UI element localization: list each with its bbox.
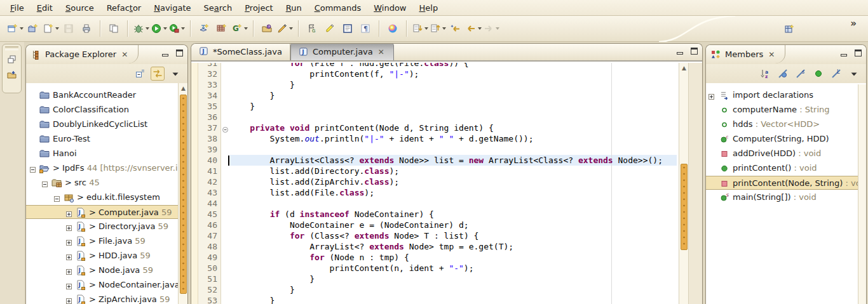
show-non-public-button[interactable] — [811, 67, 825, 81]
link-with-editor-button[interactable] — [151, 67, 165, 81]
menu-commands[interactable]: Commands — [308, 1, 368, 15]
member-row[interactable]: cComputer(String, HDD) — [706, 132, 866, 146]
code-line[interactable]: System.out.println("|-" + ident + " " + … — [230, 133, 533, 144]
next-annotation-button[interactable] — [412, 20, 428, 37]
dropdown-arrow-icon[interactable] — [289, 27, 293, 30]
menu-source[interactable]: Source — [59, 1, 100, 15]
fast-view-package-explorer-button[interactable] — [4, 67, 20, 83]
members-tab[interactable]: Members ✕ — [706, 45, 785, 63]
tree-row[interactable]: J> Computer.java 59 — [26, 205, 187, 219]
dropdown-arrow-icon[interactable] — [146, 27, 149, 30]
menu-project[interactable]: Project — [238, 1, 280, 15]
overview-ruler[interactable] — [689, 63, 702, 304]
scroll-up-icon[interactable]: ▲ — [179, 83, 187, 93]
hide-local-types-button[interactable]: L — [829, 67, 843, 81]
expand-box-icon[interactable] — [66, 296, 72, 302]
maximize-icon[interactable] — [689, 46, 698, 55]
dropdown-arrow-icon[interactable] — [478, 27, 482, 30]
editor-scrollbar[interactable]: ▲ — [679, 63, 689, 304]
expand-box-icon[interactable] — [66, 253, 72, 258]
code-line[interactable]: list.add(File.class); — [230, 187, 374, 198]
tree-row[interactable]: > src 45 — [26, 176, 187, 190]
import-wizard-button[interactable] — [196, 20, 212, 37]
code-line[interactable]: printContent(n, ident + "-"); — [230, 263, 474, 274]
junit-grid-button[interactable] — [214, 20, 230, 37]
tree-row[interactable]: J> NodeContainer.java 59 — [26, 278, 187, 292]
run-button[interactable] — [151, 20, 167, 37]
brush-button[interactable] — [276, 20, 293, 37]
dropdown-arrow-icon[interactable] — [244, 27, 248, 30]
expand-box-icon[interactable] — [66, 238, 72, 244]
scrollbar-thumb[interactable] — [681, 164, 688, 250]
pages-button[interactable] — [105, 20, 122, 37]
close-icon[interactable]: ✕ — [767, 50, 776, 59]
dropdown-arrow-icon[interactable] — [163, 27, 167, 30]
code-line[interactable]: list.add(ZipArchiv.class); — [230, 176, 399, 187]
minimize-icon[interactable] — [839, 48, 848, 56]
marker-ruler[interactable] — [191, 63, 198, 304]
drag-handle[interactable] — [5, 46, 18, 50]
forward-button[interactable] — [483, 20, 499, 37]
member-row[interactable]: addDrive(HDD) : void — [706, 147, 866, 161]
code-line[interactable]: list.add(Directory.class); — [230, 166, 399, 176]
code-line[interactable]: for (File f : hdd.get(File.class)) { — [230, 63, 469, 69]
member-row[interactable]: Smain(String[]) : void — [706, 190, 866, 204]
restore-views-button[interactable] — [4, 51, 20, 67]
package-explorer-tab[interactable]: Package Explorer ✕ — [26, 45, 139, 63]
code-line[interactable]: private void printContent(Node d, String… — [230, 122, 494, 133]
dropdown-arrow-icon[interactable] — [424, 27, 428, 30]
maximize-icon[interactable] — [175, 48, 184, 56]
menu-navigate[interactable]: Navigate — [147, 1, 197, 15]
line-number-ruler[interactable]: 3132333435363738394041424344454647484950… — [198, 63, 221, 304]
next-problem-flag-button[interactable]: G — [304, 20, 320, 37]
expand-box-icon[interactable] — [66, 209, 72, 215]
new-file-button[interactable] — [43, 20, 59, 37]
hide-static-button[interactable]: s — [794, 67, 808, 81]
menu-run[interactable]: Run — [280, 1, 308, 15]
editor-tab-computerjava[interactable]: JComputer.java✕ — [290, 43, 394, 60]
dropdown-arrow-icon[interactable] — [496, 27, 499, 30]
view-menu-button[interactable] — [847, 67, 861, 81]
close-icon[interactable]: ✕ — [120, 50, 129, 59]
minimize-icon[interactable] — [161, 48, 170, 56]
new-wizard-button[interactable] — [7, 20, 24, 37]
member-row[interactable]: printContent(Node, String) : void — [706, 176, 866, 190]
code-line[interactable]: for (Class<? extends Node> T : list) { — [230, 230, 478, 241]
member-row[interactable]: hdds : Vector<HDD> — [706, 117, 866, 131]
code-line[interactable]: NodeContainer e = (NodeContainer) d; — [230, 220, 469, 230]
save-button[interactable] — [60, 20, 77, 37]
expand-box-icon[interactable] — [709, 92, 714, 98]
dropdown-arrow-icon[interactable] — [20, 27, 24, 30]
tree-row[interactable]: J> Node.java 59 — [26, 263, 187, 277]
run-external-button[interactable] — [168, 20, 185, 37]
package-explorer-tree[interactable]: J> ZipArchiv.java 59J> NodeContainer.jav… — [26, 83, 187, 304]
hide-fields-button[interactable] — [776, 67, 790, 81]
fold-collapse-icon[interactable] — [222, 125, 228, 131]
code-line[interactable]: ArrayList<? extends Node> tmp = e.get(T)… — [230, 241, 513, 252]
last-edit-location-button[interactable] — [447, 20, 464, 37]
code-line[interactable]: } — [230, 90, 275, 101]
generate-button[interactable]: G — [231, 20, 248, 37]
new-java-project-button[interactable] — [25, 20, 41, 37]
java-folder-button[interactable] — [259, 20, 275, 37]
code-line[interactable]: ArrayList<Class<? extends Node>> list = … — [230, 155, 663, 166]
framed-doc-button[interactable] — [339, 20, 356, 37]
pilcrow-button[interactable]: ¶ — [357, 20, 374, 37]
menu-refactor[interactable]: Refactor — [100, 1, 148, 15]
view-menu-button[interactable] — [168, 67, 182, 81]
menu-search[interactable]: Search — [198, 1, 239, 15]
folding-ruler[interactable] — [221, 63, 230, 304]
scroll-up-icon[interactable]: ▲ — [679, 63, 689, 72]
expand-box-icon[interactable] — [66, 282, 72, 287]
dropdown-arrow-icon[interactable] — [442, 27, 446, 30]
scrollbar-thumb[interactable] — [180, 95, 187, 294]
collapse-box-icon[interactable] — [42, 180, 48, 185]
tree-row[interactable]: Euro-Test — [26, 132, 187, 146]
tree-row[interactable]: J> Directory.java 59 — [26, 220, 187, 234]
members-list[interactable]: Smain(String[]) : voidprintContent(Node,… — [706, 84, 866, 304]
dropdown-arrow-icon[interactable] — [55, 27, 59, 30]
tree-row[interactable]: J> HDD.java 59 — [26, 249, 187, 263]
open-perspective-button[interactable] — [781, 20, 797, 38]
expand-box-icon[interactable] — [66, 267, 72, 273]
perspective-more-chevron[interactable]: » — [850, 18, 857, 29]
